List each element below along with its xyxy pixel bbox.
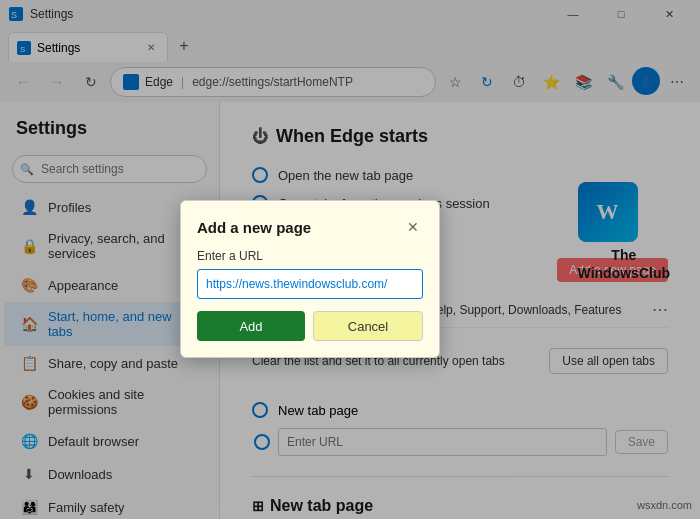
dialog-close-button[interactable]: ✕ bbox=[403, 217, 423, 237]
dialog-url-input[interactable] bbox=[197, 269, 423, 299]
dialog-title: Add a new page bbox=[197, 219, 311, 236]
dialog-overlay: Add a new page ✕ Enter a URL Add Cancel bbox=[0, 0, 700, 519]
dialog-add-button[interactable]: Add bbox=[197, 311, 305, 341]
dialog-url-label: Enter a URL bbox=[197, 249, 423, 263]
dialog-cancel-button[interactable]: Cancel bbox=[313, 311, 423, 341]
add-new-page-dialog: Add a new page ✕ Enter a URL Add Cancel bbox=[180, 200, 440, 358]
dialog-header: Add a new page ✕ bbox=[197, 217, 423, 237]
dialog-buttons: Add Cancel bbox=[197, 311, 423, 341]
